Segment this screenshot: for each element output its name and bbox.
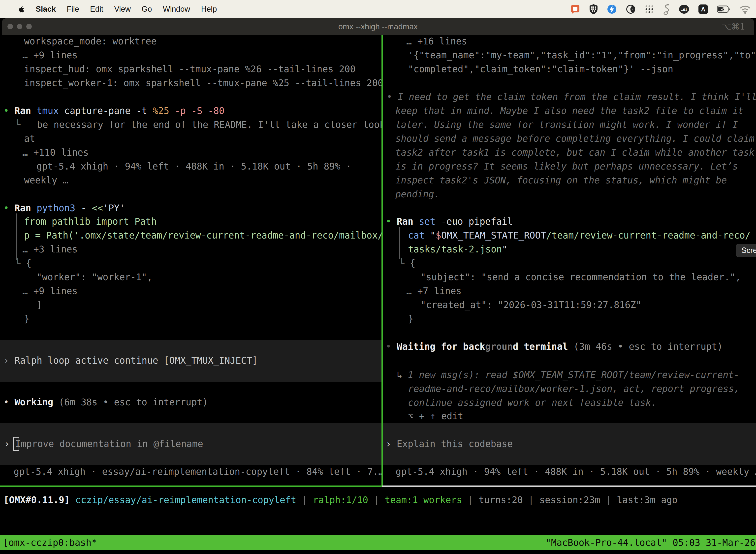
pane-divider[interactable] — [381, 35, 383, 487]
dot-grid-icon[interactable] — [644, 4, 654, 14]
terminal-line: inspect_hud: omx sparkshell --tmux-pane … — [24, 63, 356, 76]
terminal-line: keep that in mind. Maybe I also need the… — [395, 104, 743, 117]
screen: Slack File Edit View Go Window Help — [0, 0, 756, 554]
left-pane-bottom-border — [0, 486, 382, 487]
terminal-line: … +3 lines — [22, 243, 78, 256]
tmux-host-clock: "MacBook-Pro-44.local" 05:03 31-Mar-26 — [546, 537, 756, 548]
menu-item-edit[interactable]: Edit — [90, 5, 103, 14]
lightning-badge-icon[interactable] — [607, 4, 617, 14]
terminal-line: • Waiting for background terminal (3m 46… — [386, 340, 723, 353]
terminal-line: continue assigned work or next feasible … — [408, 396, 656, 409]
crescent-app-icon[interactable] — [626, 4, 636, 14]
menu-item-view[interactable]: View — [114, 5, 131, 14]
terminal-line: … +16 lines — [406, 35, 467, 48]
count-badge-icon[interactable]: ..61 — [679, 4, 690, 14]
terminal-line: tasks/task-2.json" — [408, 243, 507, 256]
tmux-session-label: [omx-cczip0:bash* — [0, 537, 97, 548]
terminal-line: └ be necessary for the end of the README… — [15, 118, 382, 131]
window-title: omx --xhigh --madmax — [2, 22, 754, 31]
output-guide-line — [16, 214, 17, 260]
right-pane-bottom-border — [382, 486, 756, 487]
menu-item-file[interactable]: File — [67, 5, 79, 14]
output-guide-line — [399, 227, 400, 259]
terminal-line: } — [24, 312, 29, 325]
terminal-line: later. Using the same for transition mig… — [395, 118, 738, 131]
menu-item-go[interactable]: Go — [142, 5, 152, 14]
terminal-line: task2 after task1 is complete, but can I… — [395, 146, 755, 159]
terminal-line: } — [408, 312, 414, 325]
terminal-line: • Ran python3 - <<'PY' — [3, 202, 125, 215]
terminal-line: from pathlib import Path — [24, 215, 157, 228]
terminal-line: should send a message before completing … — [395, 132, 755, 145]
terminal-line: ⌥ + ↑ edit — [408, 409, 463, 423]
terminal-line: • Ran tmux capture-pane -t %25 -p -S -80 — [3, 104, 225, 117]
terminal-line: pending. — [395, 188, 440, 201]
apple-menu-icon[interactable] — [17, 5, 25, 13]
left-pane: workspace_mode: worktree… +9 linesinspec… — [0, 35, 382, 486]
tmux-status-bar: [omx-cczip0:bash* "MacBook-Pro-44.local"… — [0, 535, 756, 550]
terminal-line: readme-and-reco/mailbox/worker-1.json, a… — [408, 382, 740, 395]
terminal-line: • Working (6m 38s • esc to interrupt) — [3, 396, 208, 409]
terminal-line: └ { — [15, 257, 32, 270]
terminal-line: weekly … — [24, 174, 68, 187]
wifi-icon[interactable] — [739, 4, 751, 14]
input-source-label: A — [701, 6, 705, 13]
terminal-line: p = Path('.omx/state/team/review-current… — [24, 229, 382, 242]
menu-item-app[interactable]: Slack — [36, 5, 56, 14]
terminal-line: … +9 lines — [22, 284, 78, 297]
terminal-line: gpt-5.4 xhigh · 94% left · 488K in · 5.1… — [396, 465, 756, 478]
input-source-icon[interactable]: A — [698, 4, 708, 14]
right-pane: … +16 lines'{"team_name":"my-team","task… — [382, 35, 756, 486]
terminal: workspace_mode: worktree… +9 linesinspec… — [0, 35, 756, 554]
screenshot-overlay-button[interactable]: Scre — [736, 244, 756, 257]
battery-charging-icon[interactable] — [717, 4, 731, 14]
terminal-line: "subject": "send a concise recommendatio… — [421, 271, 741, 284]
terminal-line: is in progress? It seems likely but perh… — [395, 160, 738, 173]
chat-app-icon[interactable] — [570, 4, 580, 14]
menu-bar: Slack File Edit View Go Window Help — [0, 0, 756, 18]
terminal-line: ↳ 1 new msg(s): read $OMX_TEAM_STATE_ROO… — [397, 368, 739, 382]
terminal-line: "completed","claim_token":"claim-token"}… — [408, 63, 673, 76]
terminal-line: • I need to get the claim token from the… — [387, 90, 756, 104]
terminal-line: inspect task2's JSON, focusing on the st… — [395, 174, 727, 187]
window-title-bar: omx --xhigh --madmax ⌥⌘1 — [2, 18, 754, 35]
terminal-line: inspect_worker-1: omx sparkshell --tmux-… — [24, 76, 382, 90]
terminal-line: … +7 lines — [406, 284, 461, 297]
menu-item-window[interactable]: Window — [163, 5, 190, 14]
terminal-line: › Ralph loop active continue [OMX_TMUX_I… — [3, 354, 258, 367]
window-shortcut-hint: ⌥⌘1 — [721, 21, 745, 32]
status-line: [OMX#0.11.9] cczip/essay/ai-reimplementa… — [3, 493, 753, 507]
terminal-line: … +9 lines — [22, 49, 78, 62]
terminal-line: › Explain this codebase — [386, 437, 513, 450]
terminal-line: gpt-5.4 xhigh · 94% left · 488K in · 5.1… — [37, 160, 352, 173]
terminal-line: [OMX#0.11.9] cczip/essay/ai-reimplementa… — [3, 493, 678, 507]
terminal-line: at — [24, 132, 35, 145]
terminal-line: workspace_mode: worktree — [24, 35, 157, 48]
terminal-line: cat "$OMX_TEAM_STATE_ROOT/team/review-cu… — [408, 229, 751, 242]
shield-grid-icon[interactable] — [589, 4, 598, 14]
terminal-line: "created_at": "2026-03-31T11:59:27.816Z" — [421, 298, 641, 312]
terminal-line: … +110 lines — [22, 146, 88, 159]
squiggle-icon[interactable] — [663, 4, 670, 15]
terminal-line: └ { — [399, 257, 416, 270]
terminal-line: • Ran set -euo pipefail — [386, 215, 513, 228]
terminal-line: '{"team_name":"my-team","task_id":"1","f… — [408, 49, 756, 62]
terminal-line: ] — [37, 298, 42, 312]
terminal-line: "worker": "worker-1", — [37, 271, 152, 284]
terminal-line: › Improve documentation in @filename — [4, 437, 203, 450]
count-badge-label: ..61 — [681, 7, 687, 12]
terminal-line: gpt-5.4 xhigh · essay/ai-reimplementatio… — [14, 465, 382, 478]
menu-item-help[interactable]: Help — [201, 5, 217, 14]
